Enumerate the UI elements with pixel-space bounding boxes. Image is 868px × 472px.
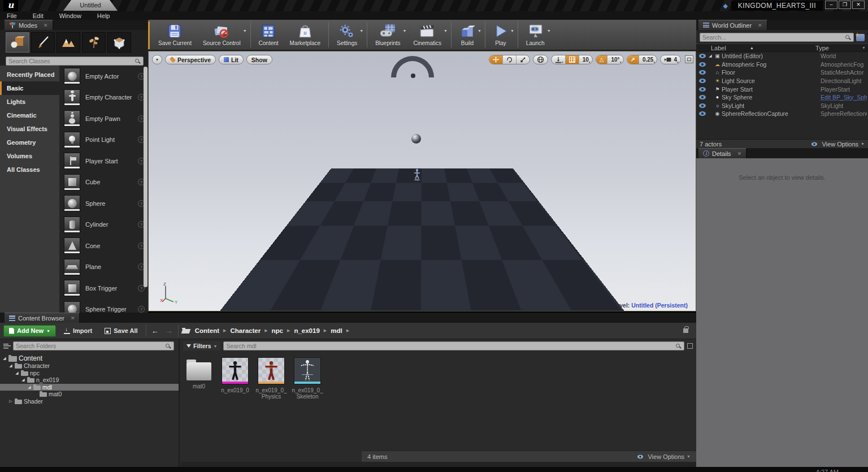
asset-n-ex019-0-physics[interactable]: n_ex019_0_Physics xyxy=(255,357,287,400)
folder-tree-item-mat0[interactable]: mat0 xyxy=(0,391,179,398)
breadcrumb-mdl[interactable]: mdl xyxy=(331,327,342,334)
outliner-row-floor[interactable]: ⌂FloorStaticMeshActor xyxy=(696,68,868,77)
visibility-eye-icon[interactable] xyxy=(699,54,706,58)
category-geometry[interactable]: Geometry xyxy=(0,136,59,149)
breadcrumb-content[interactable]: Content xyxy=(195,327,219,334)
tab-modes[interactable]: Modes ✕ xyxy=(5,20,53,30)
tree-expander-icon[interactable]: ◢ xyxy=(2,356,7,361)
outliner-row-light-source[interactable]: ☀Light SourceDirectionalLight xyxy=(696,77,868,85)
search-classes-input[interactable] xyxy=(8,58,134,64)
search-assets-input[interactable] xyxy=(226,343,675,349)
level-name[interactable]: Untitled (Persistent) xyxy=(631,302,688,309)
viewport-maximize-button[interactable] xyxy=(685,55,693,63)
grid-snap-toggle[interactable] xyxy=(566,55,579,64)
show-button[interactable]: Show xyxy=(246,55,272,64)
minimize-button[interactable]: – xyxy=(825,1,837,9)
place-item-player-start[interactable]: Player Start? xyxy=(59,150,148,172)
close-icon[interactable]: ✕ xyxy=(44,23,48,28)
lit-mode-button[interactable]: Lit xyxy=(219,55,244,64)
category-lights[interactable]: Lights xyxy=(0,95,59,109)
view-mode-button[interactable]: Perspective xyxy=(165,55,216,64)
foliage-mode-button[interactable] xyxy=(82,32,106,53)
dropdown-caret-icon[interactable]: ▼ xyxy=(444,29,448,33)
visibility-eye-icon[interactable] xyxy=(699,79,706,83)
column-type[interactable]: Type xyxy=(815,45,862,51)
breadcrumb-npc[interactable]: npc xyxy=(272,327,283,334)
asset-mat0[interactable]: mat0 xyxy=(183,357,215,389)
folder-tree-item-character[interactable]: ◢Character xyxy=(0,362,179,370)
scrollbar[interactable] xyxy=(144,67,147,287)
coordinate-space-toggle[interactable] xyxy=(533,55,548,64)
toolbar-button-source-control[interactable]: Source Control xyxy=(197,21,246,48)
column-label[interactable]: Label xyxy=(711,45,726,51)
filters-button[interactable]: Filters ▼ xyxy=(183,341,220,350)
search-folders-input[interactable] xyxy=(16,343,165,349)
menu-edit[interactable]: Edit xyxy=(33,12,44,19)
tree-expander-icon[interactable]: ◢ xyxy=(8,363,13,368)
save-search-icon[interactable] xyxy=(687,343,693,349)
grid-snap-value[interactable]: 10▼ xyxy=(579,55,592,64)
tree-expander-icon[interactable]: ▷ xyxy=(8,399,13,404)
toolbar-button-play[interactable]: Play xyxy=(488,21,514,48)
add-new-button[interactable]: Add New ▼ xyxy=(3,325,56,337)
visibility-eye-icon[interactable] xyxy=(699,70,706,75)
category-volumes[interactable]: Volumes xyxy=(0,149,59,163)
restore-button[interactable]: ❐ xyxy=(839,1,851,9)
tab-content-browser[interactable]: Content Browser ✕ xyxy=(5,313,80,323)
toolbar-button-settings[interactable]: Settings xyxy=(331,21,363,48)
geometry-edit-mode-button[interactable] xyxy=(107,32,131,53)
import-button[interactable]: Import xyxy=(59,325,97,337)
toolbar-button-build[interactable]: Build xyxy=(454,21,481,48)
document-tab[interactable]: Untitled xyxy=(63,0,118,11)
dropdown-caret-icon[interactable]: ▼ xyxy=(243,29,247,33)
menu-help[interactable]: Help xyxy=(97,12,110,19)
folder-tree-item-n-ex019[interactable]: ◢n_ex019 xyxy=(0,376,179,384)
outliner-row-spherereflectioncapture[interactable]: ◉SphereReflectionCaptureSphereReflection… xyxy=(696,110,868,118)
place-item-empty-character[interactable]: Empty Character? xyxy=(59,87,148,109)
outliner-row-type[interactable]: Edit BP_Sky_Sph... xyxy=(821,94,867,101)
place-item-cube[interactable]: Cube? xyxy=(59,172,148,193)
sources-toggle-icon[interactable] xyxy=(3,343,11,349)
close-icon[interactable]: ✕ xyxy=(71,315,75,321)
column-options-caret-icon[interactable]: ▼ xyxy=(862,46,866,50)
tab-world-outliner[interactable]: World Outliner ✕ xyxy=(698,20,767,30)
assets-view-options-button[interactable]: View Options ▼ xyxy=(635,453,691,460)
category-recently-placed[interactable]: Recently Placed xyxy=(0,68,59,81)
visibility-eye-icon[interactable] xyxy=(699,62,706,67)
folder-tree-item-content[interactable]: ◢Content xyxy=(0,354,179,362)
breadcrumb-n-ex019[interactable]: n_ex019 xyxy=(294,327,319,334)
outliner-row-untitled-editor[interactable]: ◢▣Untitled (Editor)World xyxy=(696,52,868,60)
breadcrumb-character[interactable]: Character xyxy=(230,327,261,334)
place-item-plane[interactable]: Plane? xyxy=(59,257,148,278)
visibility-eye-icon[interactable] xyxy=(699,95,706,99)
outliner-view-options-button[interactable]: View Options ▼ xyxy=(809,141,865,148)
paint-mode-button[interactable] xyxy=(31,32,55,53)
place-item-sphere[interactable]: Sphere? xyxy=(59,193,148,214)
visibility-eye-icon[interactable] xyxy=(699,111,706,116)
place-item-cylinder[interactable]: Cylinder? xyxy=(59,214,148,236)
outliner-row-atmospheric-fog[interactable]: ☁Atmospheric FogAtmosphericFog xyxy=(696,60,868,69)
place-item-cone[interactable]: Cone? xyxy=(59,235,148,257)
outliner-search-input[interactable] xyxy=(702,34,845,41)
help-icon[interactable]: ? xyxy=(138,306,145,313)
close-icon[interactable]: ✕ xyxy=(758,23,762,28)
place-item-sphere-trigger[interactable]: Sphere Trigger? xyxy=(59,299,148,313)
dropdown-caret-icon[interactable]: ▼ xyxy=(547,29,551,33)
close-icon[interactable]: ✕ xyxy=(737,151,742,157)
dropdown-caret-icon[interactable]: ▼ xyxy=(478,29,481,33)
lock-icon[interactable] xyxy=(683,328,688,333)
save-all-button[interactable]: Save All xyxy=(100,325,142,337)
category-visual-effects[interactable]: Visual Effects xyxy=(0,122,59,136)
viewport[interactable]: ▾ Perspective Lit Show xyxy=(148,51,696,311)
outliner-row-sky-sphere[interactable]: ●Sky SphereEdit BP_Sky_Sph... xyxy=(696,93,868,102)
tab-details[interactable]: i Details ✕ xyxy=(698,148,747,158)
rotate-tool-button[interactable] xyxy=(503,55,517,64)
rotation-snap-toggle[interactable]: △ xyxy=(596,55,608,64)
place-item-empty-actor[interactable]: Empty Actor? xyxy=(59,66,148,87)
place-mode-button[interactable] xyxy=(6,32,29,53)
folder-tree-item-npc[interactable]: ◢npc xyxy=(0,370,179,377)
folder-tree-item-shader[interactable]: ▷Shader xyxy=(0,398,179,405)
toolbar-button-cinematics[interactable]: Cinematics xyxy=(408,21,447,48)
tree-expander-icon[interactable]: ◢ xyxy=(21,378,25,382)
category-cinematic[interactable]: Cinematic xyxy=(0,109,59,122)
